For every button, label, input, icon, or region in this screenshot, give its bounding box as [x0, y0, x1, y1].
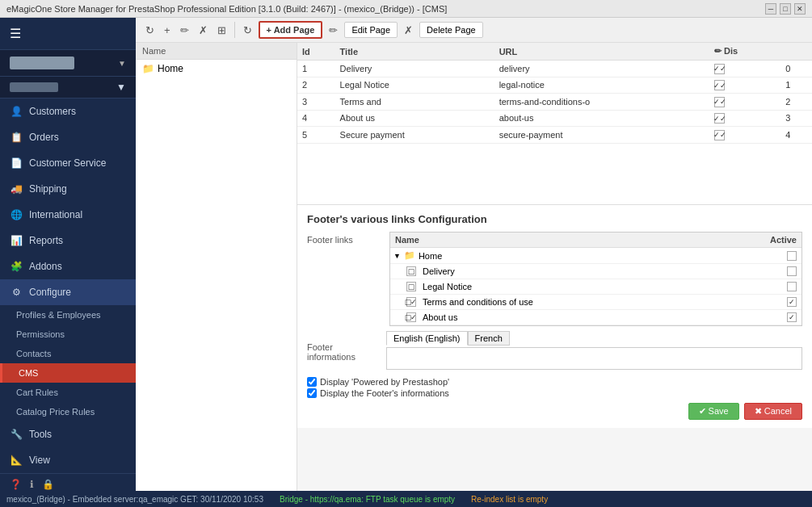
window-controls: ─ □ ✕ — [765, 3, 806, 15]
cell-id: 4 — [297, 110, 335, 127]
info-icon[interactable]: ℹ — [30, 479, 34, 490]
main-toolbar: ↻ + ✏ ✗ ⊞ ↻ + Add Page ✏ Edit Page ✗ Del… — [136, 18, 812, 43]
tools-icon: 🔧 — [10, 428, 23, 441]
delete-page-icon[interactable]: ✗ — [401, 23, 416, 38]
close-button[interactable]: ✕ — [794, 3, 806, 15]
link-name: □ Terms and conditions of use — [406, 297, 787, 307]
sidebar-item-international[interactable]: 🌐 International — [0, 202, 136, 228]
tree-item-home[interactable]: 📁 Home — [136, 60, 297, 78]
terms-page-icon: □ — [406, 297, 416, 307]
powered-checkbox[interactable] — [307, 377, 317, 387]
sidebar-item-label: View — [29, 455, 50, 466]
checkbox-footer-info: Display the Footer's informations — [307, 388, 802, 398]
tab-french[interactable]: French — [468, 331, 510, 346]
sidebar-item-addons[interactable]: 🧩 Addons — [0, 254, 136, 279]
cell-num: 0 — [780, 61, 812, 78]
lock-icon[interactable]: 🔒 — [42, 479, 54, 490]
hamburger-icon[interactable]: ☰ — [10, 26, 21, 41]
powered-label: Display 'Powered by Prestashop' — [320, 377, 449, 387]
terms-checkbox[interactable] — [787, 297, 797, 307]
table-row[interactable]: 1 Delivery delivery ✓ 0 — [297, 61, 812, 78]
footer-link-legal-notice: □ Legal Notice — [390, 279, 801, 295]
user-dropdown-icon[interactable]: ▼ — [118, 59, 126, 68]
grid-icon[interactable]: ⊞ — [214, 23, 229, 38]
col-dis: ✏ Dis — [709, 43, 780, 61]
sidebar-item-configure[interactable]: ⚙ Configure — [0, 279, 136, 305]
tree-panel: Name 📁 Home — [136, 43, 297, 491]
status-middle: Bridge - https://qa.ema: FTP task queue … — [280, 495, 455, 504]
store-info — [10, 82, 58, 92]
chevron-icon: ▼ — [393, 252, 401, 260]
sidebar-sub-item-cart-rules[interactable]: Cart Rules — [0, 383, 136, 402]
footer-info-textarea[interactable] — [386, 347, 802, 370]
edit-page-icon[interactable]: ✏ — [326, 23, 341, 38]
legal-checkbox[interactable] — [787, 282, 797, 291]
cell-dis: ✓ — [709, 110, 780, 127]
add-page-button[interactable]: + Add Page — [259, 21, 323, 39]
col-url: URL — [494, 43, 709, 61]
help-icon[interactable]: ❓ — [10, 479, 22, 490]
cell-id: 2 — [297, 77, 335, 94]
cell-num: 2 — [780, 94, 812, 111]
about-checkbox[interactable] — [787, 312, 797, 322]
toolbar-separator — [234, 22, 235, 38]
customers-icon: 👤 — [10, 105, 23, 118]
sidebar-item-customer-service[interactable]: 📄 Customer Service — [0, 150, 136, 176]
footer-action-row: ✔ Save ✖ Cancel — [307, 403, 802, 420]
sidebar-sub-item-cms[interactable]: CMS — [0, 363, 136, 383]
table-row[interactable]: 4 About us about-us ✓ 3 — [297, 110, 812, 127]
delete-page-button[interactable]: Delete Page — [419, 22, 483, 38]
cms-body: Name 📁 Home Id Title URL ✏ — [136, 43, 812, 491]
sidebar-sub-item-permissions[interactable]: Permissions — [0, 325, 136, 344]
minimize-button[interactable]: ─ — [765, 3, 776, 15]
sub-item-label: Cart Rules — [16, 388, 58, 397]
legal-page-icon: □ — [406, 282, 416, 291]
tab-english[interactable]: English (English) — [386, 331, 468, 346]
app-title: eMagicOne Store Manager for PrestaShop P… — [6, 4, 447, 14]
store-dropdown-icon[interactable]: ▼ — [116, 82, 126, 93]
sidebar-user[interactable]: ▼ — [0, 50, 136, 77]
sidebar-item-label: Configure — [29, 287, 71, 298]
cell-url: delivery — [494, 61, 709, 78]
refresh2-icon[interactable]: ↻ — [240, 23, 255, 38]
delivery-checkbox[interactable] — [787, 266, 797, 276]
home-checkbox[interactable] — [787, 251, 797, 261]
sidebar-item-shipping[interactable]: 🚚 Shipping — [0, 176, 136, 202]
sidebar-item-customers[interactable]: 👤 Customers — [0, 98, 136, 124]
sidebar-sub-item-catalog-price-rules[interactable]: Catalog Price Rules — [0, 402, 136, 421]
table-row[interactable]: 3 Terms and terms-and-conditions-o ✓ 2 — [297, 94, 812, 111]
sidebar-item-orders[interactable]: 📋 Orders — [0, 124, 136, 150]
sidebar-item-tools[interactable]: 🔧 Tools — [0, 421, 136, 447]
cell-num: 4 — [780, 127, 812, 144]
table-row[interactable]: 2 Legal Notice legal-notice ✓ 1 — [297, 77, 812, 94]
delivery-page-icon: □ — [406, 266, 416, 276]
sidebar-item-label: Shipping — [29, 183, 67, 195]
status-left: mexico_(Bridge) - Embedded server:qa_ema… — [6, 495, 263, 504]
sub-item-label: Catalog Price Rules — [16, 407, 95, 417]
sidebar-item-reports[interactable]: 📊 Reports — [0, 228, 136, 254]
delete-icon[interactable]: ✗ — [196, 23, 211, 38]
refresh-icon[interactable]: ↻ — [142, 23, 158, 38]
cell-id: 5 — [297, 127, 335, 144]
col-title: Title — [335, 43, 494, 61]
edit-page-button[interactable]: Edit Page — [344, 22, 398, 38]
footer-link-home: ▼ 📁 Home — [390, 248, 801, 264]
sidebar-sub-item-contacts[interactable]: Contacts — [0, 344, 136, 363]
addons-icon: 🧩 — [10, 260, 23, 273]
cell-dis: ✓ — [709, 77, 780, 94]
save-button[interactable]: ✔ Save — [688, 403, 739, 420]
sidebar-sub-item-profiles-employees[interactable]: Profiles & Employees — [0, 305, 136, 325]
footer-checkboxes: Display 'Powered by Prestashop' Display … — [307, 377, 802, 398]
cms-table-panel: Id Title URL ✏ Dis 1 Delivery delivery ✓… — [297, 43, 812, 491]
add-icon[interactable]: + — [161, 23, 174, 38]
col-num — [780, 43, 812, 61]
footer-info-checkbox[interactable] — [307, 388, 317, 398]
sub-item-label: CMS — [19, 368, 38, 378]
sidebar-item-view[interactable]: 📐 View — [0, 447, 136, 473]
cell-id: 3 — [297, 94, 335, 111]
cancel-button[interactable]: ✖ Cancel — [744, 403, 802, 420]
edit-icon[interactable]: ✏ — [177, 23, 192, 38]
maximize-button[interactable]: □ — [780, 3, 791, 15]
table-row[interactable]: 5 Secure payment secure-payment ✓ 4 — [297, 127, 812, 144]
sidebar-store[interactable]: ▼ — [0, 77, 136, 98]
